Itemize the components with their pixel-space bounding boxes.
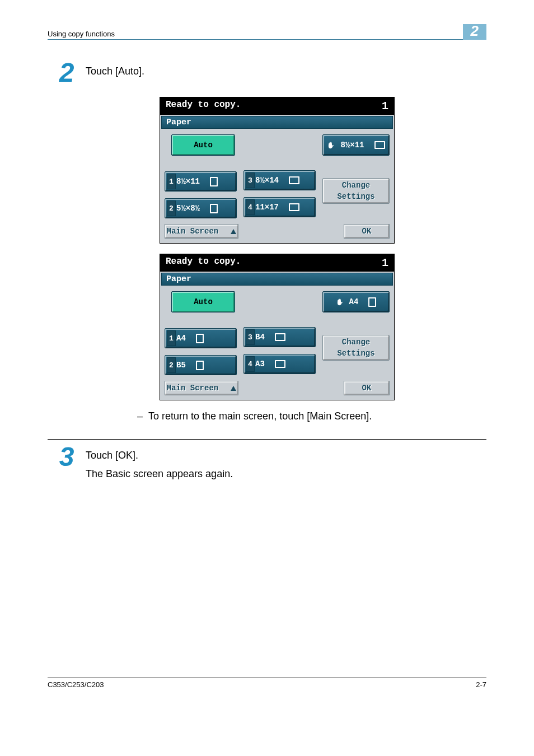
tray-number: 4 [246, 356, 255, 372]
step-instruction: Touch [OK]. [86, 450, 486, 461]
tray-number: 1 [167, 330, 176, 346]
section-title: Using copy functions [48, 30, 115, 38]
tray-1-button[interactable]: 1 8½×11 [165, 171, 237, 192]
status-text: Ready to copy. [166, 100, 241, 113]
tray-3-button[interactable]: 3 8½×14 [243, 170, 316, 190]
tray-size-label: A4 [176, 334, 186, 343]
change-settings-label-2: Settings [337, 193, 374, 200]
change-settings-label-1: Change [342, 181, 370, 189]
step-number: 3 [48, 446, 86, 468]
tray-4-button[interactable]: 4 11×17 [243, 197, 316, 217]
step-3: 3 Touch [OK]. The Basic screen appears a… [48, 446, 486, 480]
tray-size-label: 11×17 [255, 203, 279, 212]
note-bullet: – [137, 410, 143, 422]
bypass-tray-button[interactable]: A4 [322, 291, 390, 312]
tray-number: 3 [246, 329, 255, 345]
tray-2-button[interactable]: 2 5½×8½ [165, 198, 237, 218]
page-header: Using copy functions 2 [48, 22, 486, 40]
paper-panel-metric: Ready to copy. 1 Paper Auto 1 A4 [160, 254, 395, 400]
tray-size-label: B5 [176, 361, 186, 370]
copy-counter: 1 [382, 256, 388, 269]
page-footer: C353/C253/C203 2-7 [48, 678, 486, 689]
paper-panel-us: Ready to copy. 1 Paper Auto 1 8½×11 [160, 97, 395, 244]
tray-number: 4 [246, 199, 255, 215]
auto-button[interactable]: Auto [171, 291, 235, 312]
return-note: – To return to the main screen, touch [M… [137, 410, 486, 422]
panel-section-header: Paper [161, 273, 393, 286]
step-instruction: Touch [Auto]. [86, 62, 486, 77]
tray-2-button[interactable]: 2 B5 [165, 355, 237, 375]
main-screen-label: Main Screen [167, 384, 218, 393]
note-text: To return to the main screen, touch [Mai… [148, 410, 372, 422]
step-number: 2 [48, 62, 86, 83]
tray-3-button[interactable]: 3 B4 [243, 327, 316, 347]
change-settings-label-2: Settings [337, 349, 374, 357]
auto-button[interactable]: Auto [171, 134, 235, 156]
tray-size-label: A3 [255, 360, 265, 368]
tray-number: 1 [167, 174, 176, 189]
chapter-number-tab: 2 [463, 24, 486, 40]
panel-section-header: Paper [161, 116, 393, 129]
footer-model: C353/C253/C203 [48, 680, 104, 689]
tray-1-button[interactable]: 1 A4 [165, 328, 237, 348]
bypass-size-label: 8½×11 [340, 141, 364, 150]
tray-size-label: 5½×8½ [176, 204, 200, 213]
change-settings-button[interactable]: Change Settings [322, 178, 390, 204]
main-screen-label: Main Screen [167, 227, 218, 236]
step-result-text: The Basic screen appears again. [86, 468, 486, 480]
tray-4-button[interactable]: 4 A3 [243, 354, 316, 374]
main-screen-button[interactable]: Main Screen [165, 224, 238, 239]
tray-size-label: 8½×11 [176, 177, 200, 186]
ok-button[interactable]: OK [344, 224, 390, 239]
bypass-size-label: A4 [349, 297, 359, 306]
status-bar: Ready to copy. 1 [160, 254, 394, 272]
tray-size-label: B4 [255, 333, 265, 342]
status-bar: Ready to copy. 1 [160, 97, 394, 115]
tray-number: 2 [167, 357, 176, 373]
bypass-tray-button[interactable]: 8½×11 [322, 134, 390, 156]
copy-counter: 1 [382, 100, 388, 113]
change-settings-label-1: Change [342, 338, 370, 346]
tray-size-label: 8½×14 [255, 176, 279, 185]
step-divider [48, 439, 486, 440]
tray-number: 3 [246, 172, 255, 188]
status-text: Ready to copy. [166, 256, 241, 269]
step-2: 2 Touch [Auto]. [48, 62, 486, 83]
tray-number: 2 [167, 200, 176, 216]
main-screen-button[interactable]: Main Screen [165, 381, 238, 395]
ok-button[interactable]: OK [344, 381, 390, 395]
footer-page-number: 2-7 [476, 680, 486, 689]
change-settings-button[interactable]: Change Settings [322, 335, 390, 361]
